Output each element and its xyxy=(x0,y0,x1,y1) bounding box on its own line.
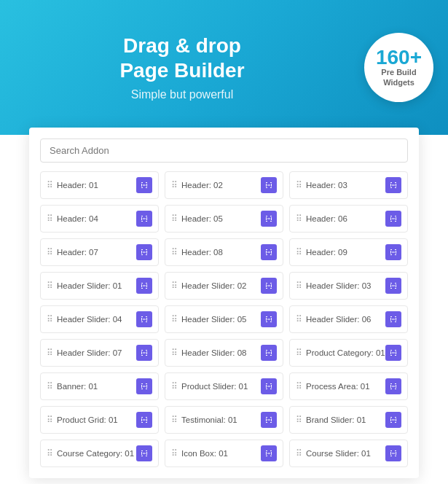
addon-item[interactable]: ⠿ Header: 09 xyxy=(289,238,408,266)
addon-item[interactable]: ⠿ Banner: 01 xyxy=(40,372,159,400)
resize-icon xyxy=(264,348,273,357)
addon-item[interactable]: ⠿ Header: 07 xyxy=(40,238,159,266)
addon-add-button[interactable] xyxy=(261,278,277,294)
resize-icon xyxy=(140,449,149,458)
addon-name: Header Slider: 08 xyxy=(181,348,247,357)
resize-icon xyxy=(264,248,273,257)
addon-left: ⠿ Header Slider: 06 xyxy=(296,315,372,324)
badge-count: 160+ xyxy=(376,47,422,68)
drag-icon: ⠿ xyxy=(296,181,302,190)
addon-add-button[interactable] xyxy=(136,311,152,327)
addon-add-button[interactable] xyxy=(261,445,277,461)
addon-add-button[interactable] xyxy=(261,345,277,361)
addon-add-button[interactable] xyxy=(136,445,152,461)
addon-item[interactable]: ⠿ Header Slider: 06 xyxy=(289,305,408,333)
addon-add-button[interactable] xyxy=(385,412,401,428)
addon-item[interactable]: ⠿ Product Grid: 01 xyxy=(40,406,159,434)
addon-item[interactable]: ⠿ Header: 01 xyxy=(40,171,159,199)
addon-item[interactable]: ⠿ Header: 05 xyxy=(165,205,283,233)
addon-add-button[interactable] xyxy=(136,278,152,294)
resize-icon xyxy=(389,214,398,223)
drag-icon: ⠿ xyxy=(47,382,53,391)
addon-item[interactable]: ⠿ Brand Slider: 01 xyxy=(289,406,408,434)
drag-icon: ⠿ xyxy=(171,315,178,324)
addon-add-button[interactable] xyxy=(385,278,401,294)
addon-item[interactable]: ⠿ Header: 02 xyxy=(165,171,283,199)
addon-add-button[interactable] xyxy=(136,244,152,260)
addon-item[interactable]: ⠿ Icon Box: 01 xyxy=(165,440,283,467)
addon-item[interactable]: ⠿ Course Category: 01 xyxy=(40,440,159,467)
addon-item[interactable]: ⠿ Testimonial: 01 xyxy=(165,406,283,434)
resize-icon xyxy=(264,449,273,458)
resize-icon xyxy=(389,181,398,190)
addon-left: ⠿ Header Slider: 01 xyxy=(47,281,122,290)
addon-left: ⠿ Header: 02 xyxy=(171,181,223,190)
addon-left: ⠿ Header Slider: 07 xyxy=(47,348,122,357)
resize-icon xyxy=(264,382,273,391)
addon-item[interactable]: ⠿ Header: 04 xyxy=(40,205,159,233)
addon-name: Header: 09 xyxy=(306,248,347,257)
addon-add-button[interactable] xyxy=(261,244,277,260)
resize-icon xyxy=(140,415,149,424)
addon-item[interactable]: ⠿ Header Slider: 02 xyxy=(165,272,283,300)
addon-add-button[interactable] xyxy=(261,177,277,193)
resize-icon xyxy=(389,382,398,391)
addon-item[interactable]: ⠿ Course Slider: 01 xyxy=(289,440,408,467)
addon-add-button[interactable] xyxy=(136,378,152,394)
addon-add-button[interactable] xyxy=(136,345,152,361)
addon-left: ⠿ Header Slider: 08 xyxy=(171,348,247,357)
resize-icon xyxy=(389,415,398,424)
addon-left: ⠿ Course Category: 01 xyxy=(47,449,134,458)
hero-title: Drag & dropPage Builder xyxy=(15,34,350,82)
addon-item[interactable]: ⠿ Product Slider: 01 xyxy=(165,372,283,400)
resize-icon xyxy=(264,415,273,424)
drag-icon: ⠿ xyxy=(171,181,178,190)
resize-icon xyxy=(389,315,398,324)
drag-icon: ⠿ xyxy=(296,281,302,290)
addon-name: Header Slider: 03 xyxy=(306,281,372,290)
addon-item[interactable]: ⠿ Header Slider: 01 xyxy=(40,272,159,300)
addon-item[interactable]: ⠿ Header: 08 xyxy=(165,238,283,266)
addon-add-button[interactable] xyxy=(136,412,152,428)
addon-add-button[interactable] xyxy=(385,244,401,260)
drag-icon: ⠿ xyxy=(171,348,178,357)
addon-add-button[interactable] xyxy=(385,311,401,327)
addon-add-button[interactable] xyxy=(385,445,401,461)
addon-name: Header: 08 xyxy=(181,248,223,257)
addon-add-button[interactable] xyxy=(261,211,277,227)
drag-icon: ⠿ xyxy=(47,449,53,458)
drag-icon: ⠿ xyxy=(47,214,53,223)
addon-add-button[interactable] xyxy=(136,177,152,193)
addon-name: Course Category: 01 xyxy=(57,449,134,458)
search-input[interactable] xyxy=(40,138,408,163)
drag-icon: ⠿ xyxy=(47,248,53,257)
resize-icon xyxy=(140,348,149,357)
addons-grid: ⠿ Header: 01 ⠿ Header: 02 ⠿ Header: xyxy=(40,171,408,467)
addon-item[interactable]: ⠿ Header: 03 xyxy=(289,171,408,199)
drag-icon: ⠿ xyxy=(47,415,53,424)
addon-item[interactable]: ⠿ Process Area: 01 xyxy=(289,372,408,400)
addon-add-button[interactable] xyxy=(261,412,277,428)
addon-item[interactable]: ⠿ Header Slider: 05 xyxy=(165,305,283,333)
addon-add-button[interactable] xyxy=(385,177,401,193)
addon-item[interactable]: ⠿ Header Slider: 08 xyxy=(165,339,283,367)
addon-add-button[interactable] xyxy=(385,378,401,394)
addon-item[interactable]: ⠿ Header: 06 xyxy=(289,205,408,233)
addon-add-button[interactable] xyxy=(385,345,401,361)
addon-name: Header Slider: 01 xyxy=(57,281,122,290)
addon-name: Header Slider: 04 xyxy=(57,315,122,324)
addon-left: ⠿ Banner: 01 xyxy=(47,382,98,391)
addon-name: Testimonial: 01 xyxy=(181,415,237,424)
addon-item[interactable]: ⠿ Header Slider: 04 xyxy=(40,305,159,333)
addon-add-button[interactable] xyxy=(385,211,401,227)
addon-add-button[interactable] xyxy=(261,378,277,394)
addon-add-button[interactable] xyxy=(261,311,277,327)
addon-name: Header: 02 xyxy=(181,181,223,190)
resize-icon xyxy=(264,281,273,290)
drag-icon: ⠿ xyxy=(296,415,302,424)
addon-item[interactable]: ⠿ Product Category: 01 xyxy=(289,339,408,367)
drag-icon: ⠿ xyxy=(296,348,302,357)
addon-item[interactable]: ⠿ Header Slider: 07 xyxy=(40,339,159,367)
addon-add-button[interactable] xyxy=(136,211,152,227)
addon-item[interactable]: ⠿ Header Slider: 03 xyxy=(289,272,408,300)
